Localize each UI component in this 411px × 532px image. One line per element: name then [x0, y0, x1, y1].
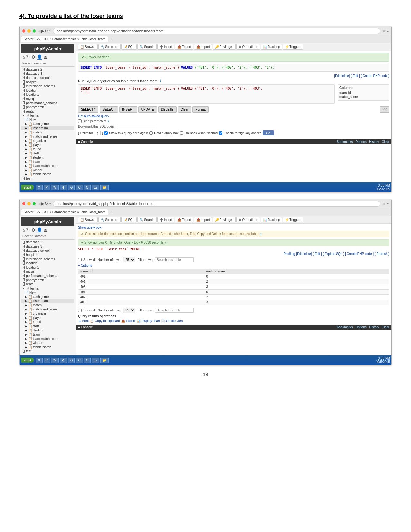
sidebar-student-1[interactable]: ▶ 📋 student [21, 155, 74, 160]
sidebar-test-2[interactable]: 🗄 test [21, 349, 74, 353]
refresh-icon-1[interactable]: ↻ [26, 54, 30, 60]
sidebar-infoschema-2[interactable]: 🗄 information_schema [21, 257, 74, 261]
edit-link-1[interactable]: [ Edit ] [351, 74, 360, 78]
start-button-2[interactable]: start [21, 358, 34, 363]
col-match-score-1[interactable]: match_score [339, 95, 388, 99]
sidebar-hospital-1[interactable]: 🗄 hospital [21, 80, 74, 84]
sidebar-organizer-2[interactable]: ▶ 📋 organizer [21, 311, 74, 316]
operations-btn-2[interactable]: ⚙ Operations [236, 217, 260, 222]
bookmark-input-1[interactable] [117, 124, 155, 129]
house-icon-2[interactable]: ⌂ [22, 227, 25, 232]
sidebar-db3-1[interactable]: 🗄 database 3 [21, 72, 74, 76]
sidebar-loser-team-1[interactable]: ▶ 📋 loser team [21, 126, 74, 130]
sidebar-player-1[interactable]: ▶ 📋 player [21, 143, 74, 147]
sidebar-organizer-1[interactable]: ▶ 📋 organizer [21, 139, 74, 143]
filter-input-bottom-2[interactable] [155, 308, 194, 313]
address-bar-2[interactable]: localhost/phpmyadmin/tbl_sql.php?db=tenn… [53, 201, 380, 207]
sidebar-tms-1[interactable]: ▶ 📋 team match score [21, 164, 74, 168]
privileges-btn-1[interactable]: 🔑 Privileges [213, 44, 236, 50]
refresh-2[interactable]: ↻ [45, 202, 48, 206]
sidebar-rental-1[interactable]: 🗄 rental [21, 109, 74, 113]
sidebar-each-game-2[interactable]: ▶ 📋 each game [21, 295, 74, 299]
sidebar-tennis-match-1[interactable]: ▶ 📋 tennis match [21, 172, 74, 176]
import-btn-1[interactable]: 📥 Import [194, 44, 212, 50]
auto-saved-link-1[interactable]: Get auto-saved query [78, 114, 109, 118]
sidebar-location1-2[interactable]: 🗄 location1 [21, 265, 74, 270]
active-tab-2[interactable]: Server: 127.0.0.1 » Database: tennis » T… [21, 209, 108, 215]
import-btn-2[interactable]: 📥 Import [194, 217, 212, 222]
sidebar-player-2[interactable]: ▶ 📋 player [21, 316, 74, 320]
sidebar-each-game-1[interactable]: ▶ 📋 each game [21, 122, 74, 126]
taskbar-app-folder-2[interactable]: 🗂 [92, 358, 99, 363]
bookmarks-link-1[interactable]: Bookmarks [337, 140, 353, 143]
taskbar-app-files-2[interactable]: 📁 [100, 358, 109, 363]
triggers-btn-2[interactable]: ⚡ Triggers [283, 217, 303, 222]
taskbar-app-word-2[interactable]: W [51, 358, 58, 363]
gear-icon-2[interactable]: ⚙ [31, 227, 35, 232]
export-link-2[interactable]: 📤 Export [121, 319, 135, 323]
sidebar-rental-2[interactable]: 🗄 rental [21, 282, 74, 286]
sql-textarea-1[interactable]: INSERT INTO `loser_team` (`team_id`, `ma… [78, 84, 335, 104]
sidebar-match-2[interactable]: ▶ 📋 match [21, 303, 74, 307]
print-link-2[interactable]: 🖨 Print [78, 319, 89, 323]
export-btn-2[interactable]: 📤 Export [175, 217, 193, 222]
taskbar-app-o-1[interactable]: O [84, 185, 91, 190]
show-qbox-link-2[interactable]: Show query box [78, 226, 101, 229]
sidebar-phpmyadmin-1[interactable]: 🗄 phpmyadmin [21, 105, 74, 109]
sidebar-loser-team-2[interactable]: ▶ 📋 loser team [21, 299, 74, 303]
refresh-icon-2[interactable]: ↻ [26, 227, 30, 232]
gear-icon-1[interactable]: ⚙ [31, 54, 35, 60]
options-link-1[interactable]: Options [356, 140, 367, 143]
sidebar-match-1[interactable]: ▶ 📋 match [21, 130, 74, 134]
taskbar-app-chrome-2[interactable]: G [68, 358, 75, 363]
start-button-1[interactable]: start [21, 185, 34, 190]
maximize-btn-2[interactable] [33, 202, 36, 205]
tracking-btn-1[interactable]: 📊 Tracking [261, 44, 282, 50]
insert-sql-btn-1[interactable]: INSERT [119, 106, 137, 113]
taskbar-app-gear-1[interactable]: ⚙ [60, 185, 67, 190]
privileges-btn-2[interactable]: 🔑 Privileges [213, 217, 236, 222]
select-btn-1[interactable]: SELECT [100, 106, 118, 113]
delimiter-input-1[interactable] [94, 131, 101, 135]
show-query-checkbox-1[interactable] [104, 131, 108, 135]
search-btn-2[interactable]: 🔍 Search [137, 217, 157, 222]
structure-btn-2[interactable]: 🔧 Structure [98, 217, 121, 222]
taskbar-app-excel-1[interactable]: X [36, 185, 43, 190]
sidebar-tennis-match-2[interactable]: ▶ 📋 tennis match [21, 345, 74, 349]
nav-prev-btn-1[interactable]: << [380, 106, 389, 113]
rollback-checkbox-1[interactable] [180, 131, 183, 135]
sidebar-dbschool-2[interactable]: 🗄 database school [21, 249, 74, 253]
sidebar-tennis-new-2[interactable]: 📄 New [21, 291, 74, 295]
address-bar-1[interactable]: localhost/phpmyadmin/tbl_change.php?db=t… [53, 28, 380, 34]
close-btn-2[interactable] [22, 202, 25, 205]
sidebar-db3-2[interactable]: 🗄 database 3 [21, 244, 74, 249]
taskbar-app-powerpoint-2[interactable]: P [44, 358, 50, 363]
exit-icon-1[interactable]: ⏏ [44, 54, 48, 60]
sidebar-test-1[interactable]: 🗄 test [21, 176, 74, 181]
sidebar-match-refere-2[interactable]: ▶ 📋 match and refere [21, 307, 74, 311]
browse-btn-2[interactable]: 📋 Browse [78, 217, 98, 222]
home-2[interactable]: ⌂ [49, 202, 51, 206]
taskbar-app-powerpoint-1[interactable]: P [44, 185, 50, 190]
forward-arrow-2[interactable]: ▶ [41, 202, 44, 206]
select-star-btn-1[interactable]: SELECT * [78, 106, 98, 113]
bookmark-icon-2[interactable]: ☆ [382, 202, 386, 206]
sidebar-mysql-2[interactable]: 🗄 mysql [21, 270, 74, 274]
refresh-1[interactable]: ↻ [45, 29, 48, 33]
sidebar-db2-1[interactable]: 🗄 database 2 [21, 67, 74, 72]
clear-link-1[interactable]: Clear [382, 140, 389, 143]
create-view-link-2[interactable]: 📄 Create view [161, 319, 183, 323]
sidebar-team-2[interactable]: ▶ 📋 team [21, 332, 74, 337]
col-team-id-1[interactable]: team_id [339, 91, 388, 95]
options-link-2[interactable]: Options [356, 325, 367, 329]
taskbar-app-c-2[interactable]: C [76, 358, 83, 363]
sidebar-db2-2[interactable]: 🗄 database 2 [21, 240, 74, 244]
sidebar-location-1[interactable]: 🗄 location [21, 88, 74, 93]
retain-query-checkbox-1[interactable] [149, 131, 153, 135]
house-icon-1[interactable]: ⌂ [22, 54, 25, 60]
sidebar-tennis-new-1[interactable]: 📄 New [21, 118, 74, 122]
insert-btn-1[interactable]: ➕ Insert [157, 44, 174, 50]
back-arrow-1[interactable]: ◀ [38, 29, 41, 33]
sidebar-staff-2[interactable]: ▶ 📋 staff [21, 324, 74, 328]
maximize-btn-1[interactable] [33, 29, 36, 33]
